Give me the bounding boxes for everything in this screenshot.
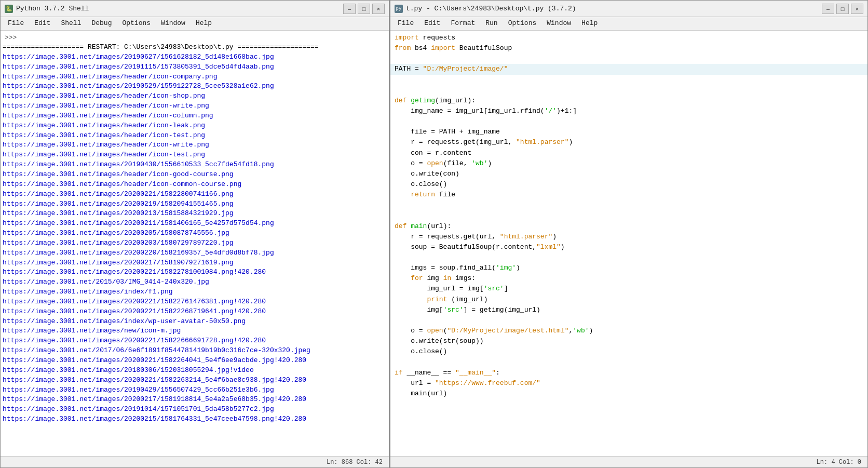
editor-status-text: Ln: 4 Col: 0 <box>817 459 861 466</box>
code-line-2: from bs4 import BeautifulSoup <box>390 43 867 54</box>
code-line-3 <box>390 54 867 64</box>
url-line-3: https://image.3001.net/images/header/ico… <box>3 72 387 82</box>
url-line-34: https://image.3001.net/images/20200221/1… <box>3 376 387 385</box>
url-line-19: https://image.3001.net/images/20200205/1… <box>3 229 387 238</box>
code-line-33: if __name__ == "__main__": <box>390 368 867 378</box>
shell-window-controls: – □ × <box>343 4 385 14</box>
editor-code[interactable]: import requests from bs4 import Beautifu… <box>390 31 867 456</box>
code-line-9 <box>390 116 867 127</box>
code-line-34: url = "https://www.freebuf.com/" <box>390 378 867 389</box>
url-line-37: https://image.3001.net/images/20191014/1… <box>3 405 387 414</box>
url-line-25: https://image.3001.net/images/index/f1.p… <box>3 287 387 297</box>
editor-close-button[interactable]: × <box>851 4 863 14</box>
url-line-29: https://image.3001.net/images/new/icon-m… <box>3 326 387 336</box>
shell-menu-file[interactable]: File <box>3 18 29 29</box>
code-line-35: main(url) <box>390 389 867 399</box>
code-line-38 <box>390 420 867 430</box>
shell-output[interactable]: >>> ==================== RESTART: C:\Use… <box>1 31 389 456</box>
shell-status-text: Ln: 868 Col: 42 <box>327 459 383 466</box>
url-line-12: https://image.3001.net/images/20190430/1… <box>3 160 387 170</box>
shell-menu-debug[interactable]: Debug <box>86 18 117 29</box>
url-line-2: https://image.3001.net/images/20191115/1… <box>3 62 387 72</box>
url-line-8: https://image.3001.net/images/header/ico… <box>3 121 387 131</box>
url-line-6: https://image.3001.net/images/header/ico… <box>3 101 387 111</box>
editor-menu-format[interactable]: Format <box>445 18 480 29</box>
url-line-5: https://image.3001.net/images/header/ico… <box>3 91 387 101</box>
url-line-14: https://image.3001.net/images/header/ico… <box>3 180 387 190</box>
code-line-4: PATH = "D:/MyProject/image/" <box>390 64 867 74</box>
code-line-13: o = open(file, 'wb') <box>390 158 867 169</box>
url-line-13: https://image.3001.net/images/header/ico… <box>3 170 387 180</box>
shell-status-bar: Ln: 868 Col: 42 <box>1 456 389 467</box>
shell-title-bar: 🐍 Python 3.7.2 Shell – □ × <box>1 1 389 17</box>
url-line-16: https://image.3001.net/images/20200219/1… <box>3 199 387 209</box>
shell-title-text: Python 3.7.2 Shell <box>16 5 89 12</box>
code-line-16: return file <box>390 190 867 200</box>
shell-close-button[interactable]: × <box>372 4 385 14</box>
url-line-24: https://image.3001.net/2015/03/IMG_0414-… <box>3 277 387 287</box>
shell-icon: 🐍 <box>5 5 13 13</box>
url-line-17: https://image.3001.net/images/20200213/1… <box>3 209 387 219</box>
shell-menu-bar: File Edit Shell Debug Options Window Hel… <box>1 17 389 31</box>
url-line-32: https://image.3001.net/images/20200221/1… <box>3 356 387 366</box>
url-line-31: https://image.3001.net/2017/06/6e6f1891f… <box>3 346 387 356</box>
restart-line: ==================== RESTART: C:\Users\2… <box>3 43 387 52</box>
editor-title-left: py t.py - C:\Users\24983\Desktop\t.py (3… <box>395 5 576 13</box>
url-line-9: https://image.3001.net/images/header/ico… <box>3 131 387 141</box>
code-line-21: soup = BeautifulSoup(r.content,"lxml") <box>390 242 867 252</box>
url-line-10: https://image.3001.net/images/header/ico… <box>3 140 387 150</box>
url-line-38: https://image.3001.net/images/20200215/1… <box>3 414 387 424</box>
code-line-37 <box>390 409 867 420</box>
code-line-14: o.write(con) <box>390 169 867 179</box>
url-line-26: https://image.3001.net/images/20200221/1… <box>3 297 387 307</box>
editor-menu-run[interactable]: Run <box>480 18 503 29</box>
editor-menu-bar: File Edit Format Run Options Window Help <box>390 17 867 31</box>
code-line-19: def main(url): <box>390 221 867 232</box>
code-line-1: import requests <box>390 33 867 43</box>
editor-menu-options[interactable]: Options <box>503 18 542 29</box>
url-line-22: https://image.3001.net/images/20200217/1… <box>3 258 387 268</box>
editor-maximize-button[interactable]: □ <box>836 4 849 14</box>
editor-menu-edit[interactable]: Edit <box>419 18 445 29</box>
url-line-7: https://image.3001.net/images/header/ico… <box>3 111 387 121</box>
editor-window: py t.py - C:\Users\24983\Desktop\t.py (3… <box>389 0 868 468</box>
shell-prompt: >>> <box>3 33 387 43</box>
url-line-1: https://image.3001.net/images/20190627/1… <box>3 52 387 62</box>
shell-menu-edit[interactable]: Edit <box>29 18 56 29</box>
shell-maximize-button[interactable]: □ <box>358 4 370 14</box>
shell-menu-options[interactable]: Options <box>117 18 156 29</box>
shell-menu-shell[interactable]: Shell <box>56 18 86 29</box>
url-line-35: https://image.3001.net/images/20190429/1… <box>3 385 387 395</box>
editor-menu-file[interactable]: File <box>392 18 419 29</box>
code-line-39 <box>390 430 867 440</box>
code-line-17 <box>390 200 867 210</box>
url-line-36: https://image.3001.net/images/20200217/1… <box>3 395 387 405</box>
editor-menu-help[interactable]: Help <box>576 18 603 29</box>
code-line-6 <box>390 85 867 96</box>
url-line-33: https://image.3001.net/images/20180306/1… <box>3 366 387 376</box>
editor-icon: py <box>395 5 403 13</box>
url-line-20: https://image.3001.net/images/20200203/1… <box>3 238 387 248</box>
editor-title-text: t.py - C:\Users\24983\Desktop\t.py (3.7.… <box>406 5 576 12</box>
shell-menu-help[interactable]: Help <box>191 18 217 29</box>
code-line-31: o.close() <box>390 346 867 357</box>
code-line-32 <box>390 357 867 367</box>
shell-menu-window[interactable]: Window <box>156 18 191 29</box>
code-line-5 <box>390 75 867 85</box>
shell-minimize-button[interactable]: – <box>343 4 356 14</box>
url-line-30: https://image.3001.net/images/20200221/1… <box>3 336 387 346</box>
code-line-18 <box>390 210 867 221</box>
python-shell-window: 🐍 Python 3.7.2 Shell – □ × File Edit She… <box>0 0 389 468</box>
code-line-8: img_name = img_url[img_url.rfind('/')+1:… <box>390 106 867 116</box>
editor-title-bar: py t.py - C:\Users\24983\Desktop\t.py (3… <box>390 1 867 17</box>
code-line-20: r = requests.get(url, "html.parser") <box>390 232 867 242</box>
editor-status-bar: Ln: 4 Col: 0 <box>390 456 867 467</box>
shell-title-left: 🐍 Python 3.7.2 Shell <box>5 5 89 13</box>
code-line-28 <box>390 315 867 326</box>
editor-minimize-button[interactable]: – <box>822 4 834 14</box>
url-line-15: https://image.3001.net/images/20200221/1… <box>3 190 387 199</box>
code-line-30: o.write(str(soup)) <box>390 336 867 346</box>
code-line-23: imgs = soup.find_all('img') <box>390 263 867 273</box>
editor-menu-window[interactable]: Window <box>541 18 576 29</box>
url-line-23: https://image.3001.net/images/20200221/1… <box>3 268 387 277</box>
